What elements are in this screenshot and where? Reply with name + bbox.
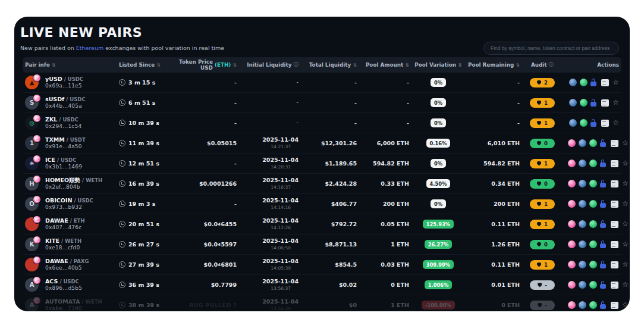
trade-icon[interactable] xyxy=(568,240,576,248)
pair-info-cell[interactable]: DAWAE / PAXG 0x6ee...40b5 xyxy=(23,257,117,272)
favorite-star-icon[interactable]: ☆ xyxy=(622,301,629,309)
chart-icon[interactable] xyxy=(569,99,577,107)
pair-address[interactable]: 0xabe...73d0 xyxy=(45,305,102,311)
lock-icon[interactable] xyxy=(600,240,608,248)
pair-info-cell[interactable]: S sUSDf / USDC 0x44b...405a xyxy=(23,95,117,110)
sort-icon[interactable]: ⇅ xyxy=(52,62,56,68)
sort-icon[interactable]: ⇅ xyxy=(516,62,520,68)
table-row[interactable]: H HOMEO順勢 / WETH 0x2ef...804b 16 m 39 s … xyxy=(23,174,621,194)
pair-info-cell[interactable]: O OBICOIN / USDC 0x973...b932 xyxy=(23,196,117,211)
pair-address[interactable]: 0x6ee...40b5 xyxy=(45,265,89,271)
explorer-icon[interactable] xyxy=(589,139,597,147)
favorite-star-icon[interactable]: ☆ xyxy=(622,180,629,187)
audit-badge[interactable]: 1 xyxy=(530,159,555,168)
col-header-pool-variation[interactable]: Pool Variation ⇅ xyxy=(411,62,465,68)
trade-icon[interactable] xyxy=(568,139,576,147)
explorer-icon[interactable] xyxy=(589,180,597,187)
explorer-icon[interactable] xyxy=(580,99,588,107)
table-row[interactable]: DAWAE / ETH 0x407...476c 20 m 51 s $0.04… xyxy=(23,214,621,235)
contract-icon[interactable] xyxy=(611,201,618,208)
search-input[interactable] xyxy=(483,42,619,55)
pair-address[interactable]: 0x294...1c54 xyxy=(45,123,81,130)
chart-icon[interactable] xyxy=(579,200,586,208)
chart-icon[interactable] xyxy=(579,261,586,268)
pair-info-cell[interactable]: K KITE / WETH 0xe18...cfd0 xyxy=(23,237,117,252)
pair-address[interactable]: 0xe18...cfd0 xyxy=(45,245,81,251)
lock-icon[interactable] xyxy=(600,301,608,309)
sort-icon[interactable]: ⇅ xyxy=(156,62,161,68)
chart-icon[interactable] xyxy=(579,240,586,248)
trade-icon[interactable] xyxy=(568,180,576,187)
col-header-total-liquidity[interactable]: Total Liquidity ⇅ xyxy=(301,62,359,68)
col-header-listed-since[interactable]: Listed Since ⇅ xyxy=(117,62,172,68)
table-row[interactable]: K KITE / WETH 0xe18...cfd0 26 m 27 s $0.… xyxy=(23,235,621,255)
trade-icon[interactable] xyxy=(568,281,576,289)
pair-info-cell[interactable]: 1 TXMM / USDT 0x91e...4a50 xyxy=(23,136,117,151)
audit-badge[interactable]: - xyxy=(530,280,555,290)
favorite-star-icon[interactable]: ☆ xyxy=(612,79,619,86)
favorite-star-icon[interactable]: ☆ xyxy=(622,261,629,268)
pair-address[interactable]: 0x91e...4a50 xyxy=(45,143,86,150)
chart-icon[interactable] xyxy=(579,160,586,167)
explorer-icon[interactable] xyxy=(589,220,597,228)
audit-badge[interactable]: 1 xyxy=(530,118,555,128)
contract-icon[interactable] xyxy=(611,282,618,289)
col-header-pair-info[interactable]: Pair info ⇅ xyxy=(23,62,117,68)
table-row[interactable]: O OBICOIN / USDC 0x973...b932 19 m 3 s -… xyxy=(23,194,621,214)
pair-address[interactable]: 0x69a...11e5 xyxy=(45,83,83,89)
pair-info-cell[interactable]: A ACS / USDC 0x896...d5b5 xyxy=(23,277,117,292)
chart-icon[interactable] xyxy=(569,119,577,127)
audit-badge[interactable]: 2 xyxy=(530,78,555,87)
explorer-icon[interactable] xyxy=(589,301,597,309)
sort-icon[interactable]: ⇅ xyxy=(233,62,237,68)
chart-icon[interactable] xyxy=(579,139,586,147)
contract-icon[interactable] xyxy=(601,79,609,86)
sort-icon[interactable]: ⇅ xyxy=(458,62,462,68)
chart-icon[interactable] xyxy=(579,301,586,309)
contract-icon[interactable] xyxy=(611,261,618,268)
trade-icon[interactable] xyxy=(568,160,576,167)
favorite-star-icon[interactable]: ☆ xyxy=(612,119,619,127)
pair-address[interactable]: 0x407...476c xyxy=(45,224,85,231)
favorite-star-icon[interactable]: ☆ xyxy=(612,99,619,107)
col-header-initial-liquidity[interactable]: Initial Liquidity ⓘ xyxy=(239,61,301,68)
audit-badge[interactable]: 0 xyxy=(530,240,555,249)
table-row[interactable]: A AUTOMATA / WETH 0xabe...73d0 38 m 39 s… xyxy=(23,295,621,311)
col-header-audit[interactable]: Audit ⓘ xyxy=(522,61,563,68)
explorer-icon[interactable] xyxy=(589,240,597,248)
favorite-star-icon[interactable]: ☆ xyxy=(622,139,629,147)
sort-icon[interactable]: ⇅ xyxy=(353,62,357,68)
chart-icon[interactable] xyxy=(579,220,586,228)
chart-icon[interactable] xyxy=(579,180,586,187)
pair-info-cell[interactable]: DAWAE / ETH 0x407...476c xyxy=(23,217,117,232)
lock-icon[interactable] xyxy=(600,160,608,167)
ethereum-link[interactable]: Ethereum xyxy=(76,45,103,51)
table-row[interactable]: S sUSDf / USDC 0x44b...405a 6 m 51 s - -… xyxy=(23,93,621,113)
lock-icon[interactable] xyxy=(590,99,598,107)
table-row[interactable]: ◎ ZKL / USDC 0x294...1c54 10 m 39 s - - … xyxy=(23,113,621,133)
pair-address[interactable]: 0x44b...405a xyxy=(45,103,86,110)
pair-info-cell[interactable]: ▲ yUSD / USDC 0x69a...11e5 xyxy=(23,75,117,90)
table-row[interactable]: ▲ yUSD / USDC 0x69a...11e5 3 m 15 s - - … xyxy=(23,73,621,93)
audit-badge[interactable]: 1 xyxy=(530,199,555,209)
pair-address[interactable]: 0x3b1...1469 xyxy=(45,164,82,170)
contract-icon[interactable] xyxy=(611,221,618,228)
contract-icon[interactable] xyxy=(611,302,618,309)
trade-icon[interactable] xyxy=(568,220,576,228)
col-header-token-price[interactable]: Token Price USD (ETH) ⇅ xyxy=(172,59,239,71)
explorer-icon[interactable] xyxy=(580,79,588,86)
trade-icon[interactable] xyxy=(568,261,576,268)
pair-info-cell[interactable]: H HOMEO順勢 / WETH 0x2ef...804b xyxy=(23,176,117,191)
lock-icon[interactable] xyxy=(600,281,608,289)
lock-icon[interactable] xyxy=(590,119,598,127)
contract-icon[interactable] xyxy=(611,241,618,248)
contract-icon[interactable] xyxy=(611,160,618,167)
pair-info-cell[interactable]: A AUTOMATA / WETH 0xabe...73d0 xyxy=(23,298,117,311)
chart-icon[interactable] xyxy=(579,281,586,289)
table-row[interactable]: DAWAE / PAXG 0x6ee...40b5 27 m 39 s $0.0… xyxy=(23,255,621,275)
info-icon[interactable]: ⓘ xyxy=(294,61,299,68)
info-icon[interactable]: ⓘ xyxy=(549,61,554,68)
contract-icon[interactable] xyxy=(601,120,609,127)
favorite-star-icon[interactable]: ☆ xyxy=(622,160,629,167)
favorite-star-icon[interactable]: ☆ xyxy=(622,281,629,289)
